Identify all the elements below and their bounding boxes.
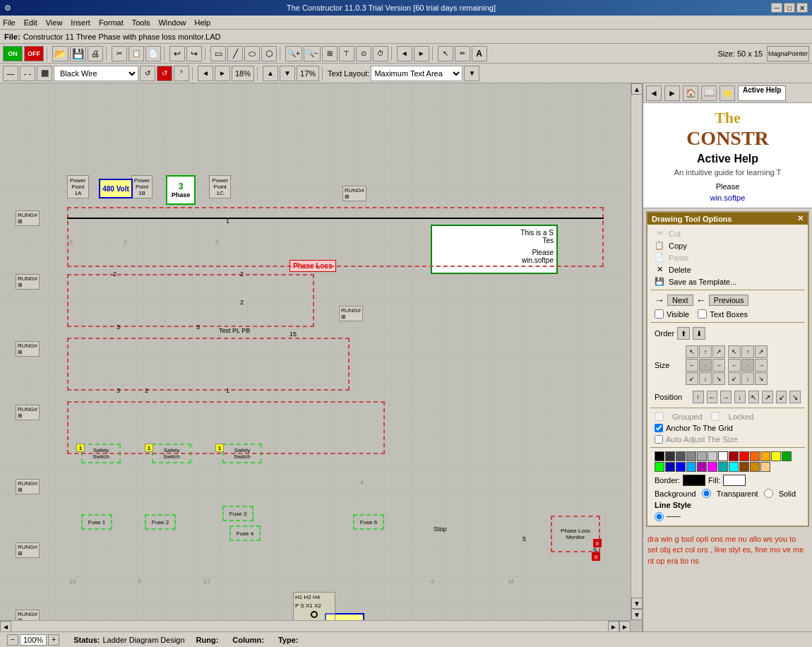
help-star-btn[interactable]: ⭐	[720, 85, 735, 101]
scroll-left-btn[interactable]: ◄	[0, 621, 11, 631]
redo-btn[interactable]: ↪	[186, 46, 202, 61]
pos-right-btn[interactable]: →	[720, 391, 732, 403]
color-lightgray[interactable]	[697, 451, 707, 461]
color-teal[interactable]	[718, 462, 728, 472]
size-ne-2[interactable]: ↗	[755, 345, 768, 358]
color-cyan[interactable]	[729, 462, 739, 472]
ctx-copy[interactable]: 📋 Copy	[650, 239, 805, 251]
size-n[interactable]: ↑	[699, 345, 712, 358]
ctx-cut[interactable]: ✂ Cut	[650, 227, 805, 239]
color-gray[interactable]	[676, 451, 686, 461]
size-w-2[interactable]: ←	[728, 359, 741, 372]
text-layout-select[interactable]: Maximum Text Area	[371, 66, 462, 81]
color-palette[interactable]	[650, 450, 805, 473]
cut-btn[interactable]: ✂	[112, 46, 127, 61]
poly-btn[interactable]: ⬡	[261, 46, 277, 61]
canvas-area[interactable]: RUNG#⊞ RUNG#⊞ RUNG#⊞ RUNG#⊞ RUNG#⊞ RUNG#…	[0, 83, 643, 631]
canvas-scroll-horizontal[interactable]: ◄ ► ►	[0, 620, 631, 631]
color-green[interactable]	[782, 451, 792, 461]
minimize-btn[interactable]: ─	[771, 3, 782, 13]
help-home-btn[interactable]: 🏠	[683, 85, 698, 101]
open-btn[interactable]: 📂	[52, 46, 68, 61]
title-controls[interactable]: ─ □ ✕	[771, 3, 808, 13]
line-style-btn[interactable]: —	[3, 66, 18, 81]
size-s[interactable]: ↓	[699, 372, 712, 385]
scroll-end-btn[interactable]: ▼	[631, 609, 643, 620]
solid-radio[interactable]	[764, 489, 773, 498]
auto-adjust-checkbox[interactable]	[655, 435, 663, 444]
menu-edit[interactable]: Edit	[24, 18, 37, 27]
pos-left-btn[interactable]: ←	[707, 391, 718, 403]
degree-btn[interactable]: °	[174, 66, 189, 81]
ellipse-btn[interactable]: ⬭	[244, 46, 260, 61]
order-back-btn[interactable]: ⬇	[693, 327, 705, 340]
line-style-radio-1[interactable]	[655, 512, 664, 521]
zoom-plus-btn[interactable]: ►	[215, 66, 230, 81]
size-e-2[interactable]: →	[755, 359, 768, 372]
color-darkred[interactable]	[729, 451, 739, 461]
menu-tools[interactable]: Tools	[132, 18, 150, 27]
undo-btn[interactable]: ↩	[169, 46, 185, 61]
color-darkgray[interactable]	[665, 451, 675, 461]
size-se-2[interactable]: ↘	[755, 372, 768, 385]
ctx-delete[interactable]: ✕ Delete	[650, 263, 805, 275]
rect-btn[interactable]: ▭	[210, 46, 226, 61]
scroll-up-btn[interactable]: ▲	[631, 83, 643, 95]
tl-dropdown-btn[interactable]: ▼	[464, 66, 479, 81]
ctx-save-template[interactable]: 💾 Save as Template...	[650, 275, 805, 287]
color-yellow[interactable]	[771, 451, 781, 461]
canvas-scroll-vertical[interactable]: ▲ ▼ ▼	[631, 83, 642, 620]
text-btn[interactable]: A	[472, 46, 487, 61]
color-darkblue[interactable]	[665, 462, 675, 472]
size-e[interactable]: →	[712, 359, 725, 372]
color-blue[interactable]	[676, 462, 686, 472]
size-sw[interactable]: ↙	[686, 372, 698, 385]
color-lime[interactable]	[655, 462, 664, 472]
on-button[interactable]: ON	[3, 46, 23, 61]
color-red[interactable]	[739, 451, 749, 461]
color-btn[interactable]: ⬛	[37, 66, 52, 81]
zoom-minus-btn[interactable]: ◄	[198, 66, 213, 81]
contact-btn[interactable]: ⊤	[339, 46, 354, 61]
pos-up-btn[interactable]: ↑	[693, 391, 704, 403]
help-fwd-btn[interactable]: ►	[664, 85, 680, 101]
left-arrow-btn[interactable]: ◄	[397, 46, 412, 61]
help-section-title[interactable]: Drawing Tool Options	[649, 206, 806, 208]
coil-btn[interactable]: ⊙	[356, 46, 371, 61]
next-btn[interactable]: Next	[667, 295, 693, 306]
h-plus-btn[interactable]: ▼	[280, 66, 295, 81]
color-lightblue[interactable]	[686, 462, 696, 472]
color-silver[interactable]	[707, 451, 717, 461]
order-front-btn[interactable]: ⬆	[677, 327, 690, 340]
size-sw-2[interactable]: ↙	[728, 372, 741, 385]
right-arrow-btn[interactable]: ►	[414, 46, 429, 61]
active-help-btn[interactable]: Active Help	[738, 85, 786, 101]
component-btn[interactable]: ⊞	[322, 46, 338, 61]
line-btn[interactable]: ╱	[227, 46, 243, 61]
visible-checkbox[interactable]	[655, 309, 664, 319]
color-purple[interactable]	[697, 462, 707, 472]
scroll-right-btn[interactable]: ►	[608, 621, 619, 631]
zoom-in-btn[interactable]: 🔍+	[285, 46, 302, 61]
copy-btn[interactable]: 📋	[129, 46, 144, 61]
help-back-btn[interactable]: ◄	[646, 85, 662, 101]
confirm-btn[interactable]: ↺	[157, 66, 172, 81]
zoom-in-status-btn[interactable]: +	[48, 634, 59, 646]
pos-dl-btn[interactable]: ↙	[776, 391, 787, 403]
h-minus-btn[interactable]: ▲	[263, 66, 278, 81]
scroll-down-btn[interactable]: ▼	[631, 598, 643, 609]
dash-style-btn[interactable]: - -	[20, 66, 35, 81]
ctx-paste[interactable]: 📄 Paste	[650, 251, 805, 263]
menu-help[interactable]: Help	[195, 18, 211, 27]
menu-file[interactable]: File	[3, 18, 16, 27]
pos-ul-btn[interactable]: ↖	[748, 391, 760, 403]
pos-ur-btn[interactable]: ↗	[762, 391, 773, 403]
color-brown[interactable]	[739, 462, 749, 472]
color-gold[interactable]	[750, 462, 760, 472]
wire-type-select[interactable]: Black Wire	[54, 66, 138, 81]
paste-btn[interactable]: 📄	[145, 46, 161, 61]
save-btn[interactable]: 💾	[70, 46, 86, 61]
previous-btn[interactable]: Previous	[709, 295, 749, 306]
color-peach[interactable]	[760, 462, 770, 472]
color-white[interactable]	[718, 451, 728, 461]
